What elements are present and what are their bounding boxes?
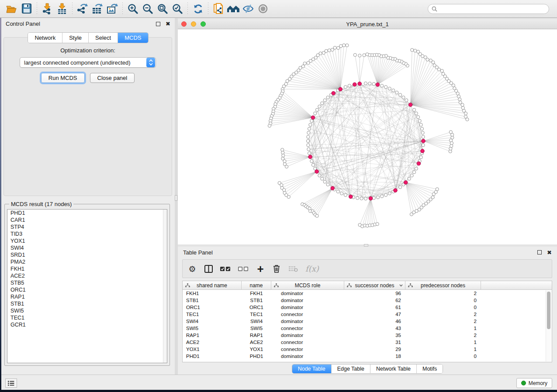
tab-style[interactable]: Style [62, 33, 89, 43]
table-cell[interactable]: YOX1 [242, 346, 271, 353]
tab-edge-table[interactable]: Edge Table [332, 364, 370, 373]
zoom-out-icon[interactable] [140, 2, 155, 16]
column-header-MCDS-role[interactable]: MCDS role [271, 281, 344, 289]
table-cell[interactable]: dominator [271, 332, 344, 339]
mcds-result-item[interactable]: TID3 [7, 230, 167, 237]
hide-detail-icon[interactable] [241, 2, 256, 16]
mcds-result-item[interactable]: ORC1 [7, 286, 167, 293]
show-graphics-icon[interactable] [256, 2, 270, 16]
window-close-icon[interactable] [181, 21, 187, 27]
table-cell[interactable]: YOX1 [183, 346, 242, 353]
function-builder-icon[interactable]: f(x) [305, 263, 319, 275]
table-cell[interactable]: ACE2 [183, 339, 242, 346]
task-history-button[interactable] [5, 378, 17, 388]
table-cell[interactable]: connector [271, 346, 344, 353]
table-cell[interactable]: RAP1 [183, 332, 242, 339]
vertical-splitter-handle[interactable] [175, 195, 177, 201]
table-cell[interactable]: PHD1 [183, 353, 242, 360]
network-window-titlebar[interactable]: YPA_prune.txt_1 [178, 19, 557, 29]
table-cell[interactable]: 2 [405, 290, 481, 297]
close-table-panel-icon[interactable]: ✖ [547, 250, 552, 255]
mcds-result-item[interactable]: TEC1 [7, 314, 167, 321]
table-row[interactable]: SWI5SWI5connector431 [183, 325, 552, 332]
table-cell[interactable]: 61 [344, 304, 405, 311]
table-cell[interactable]: dominator [271, 353, 344, 360]
table-scrollbar-thumb[interactable] [547, 292, 550, 329]
mcds-result-item[interactable]: RAP1 [7, 293, 167, 300]
table-cell[interactable]: 1 [405, 325, 481, 332]
table-cell[interactable]: RAP1 [242, 332, 271, 339]
table-cell[interactable]: SWI4 [242, 318, 271, 325]
table-row[interactable]: FKH1FKH1dominator962 [183, 290, 552, 297]
table-cell[interactable]: 47 [344, 311, 405, 318]
mcds-list-scrollbar[interactable] [163, 210, 167, 363]
table-cell[interactable]: dominator [271, 297, 344, 304]
table-cell[interactable]: 0 [405, 304, 481, 311]
table-cell[interactable]: 2 [405, 318, 481, 325]
table-row[interactable]: PHD1PHD1dominator180 [183, 353, 552, 360]
table-row[interactable]: YOX1YOX1connector291 [183, 346, 552, 353]
table-cell[interactable]: 1 [405, 339, 481, 346]
table-row[interactable]: ACE2ACE2connector311 [183, 339, 552, 346]
mcds-result-item[interactable]: STB5 [7, 279, 167, 286]
unselect-all-icon[interactable] [238, 263, 249, 275]
refresh-layout-icon[interactable] [190, 2, 205, 16]
table-cell[interactable]: 2 [405, 311, 481, 318]
table-cell[interactable]: 29 [344, 346, 405, 353]
table-cell[interactable]: 96 [344, 290, 405, 297]
table-cell[interactable]: SWI4 [183, 318, 242, 325]
mcds-result-item[interactable]: FKH1 [7, 265, 167, 272]
table-cell[interactable]: 35 [344, 332, 405, 339]
export-image-icon[interactable] [105, 2, 120, 16]
column-header-name[interactable]: name [242, 281, 271, 289]
mcds-result-item[interactable]: PMA2 [7, 258, 167, 265]
table-cell[interactable]: STB1 [183, 297, 242, 304]
tab-motifs[interactable]: Motifs [417, 364, 443, 373]
close-panel-icon[interactable]: ✖ [166, 21, 170, 27]
mcds-result-item[interactable]: ACE2 [7, 272, 167, 279]
import-table-icon[interactable] [55, 2, 69, 16]
delete-table-icon[interactable] [288, 263, 298, 275]
network-graph-canvas[interactable] [178, 29, 557, 244]
mcds-result-item[interactable]: STB1 [7, 300, 167, 307]
float-table-panel-icon[interactable] [537, 250, 542, 254]
tab-select[interactable]: Select [89, 33, 118, 43]
table-scrollbar[interactable] [546, 290, 551, 361]
tab-network-table[interactable]: Network Table [370, 364, 417, 373]
mcds-result-item[interactable]: STP4 [7, 224, 167, 230]
show-columns-icon[interactable] [204, 263, 213, 275]
table-cell[interactable]: TEC1 [242, 311, 271, 318]
delete-row-icon[interactable] [272, 263, 281, 275]
mcds-result-list[interactable]: PHD1CAR1STP4TID3YOX1SWI4SRD1PMA2FKH1ACE2… [7, 209, 167, 363]
mcds-result-item[interactable]: YOX1 [7, 237, 167, 244]
table-row[interactable]: ORC1ORC1dominator610 [183, 304, 552, 311]
table-cell[interactable]: connector [271, 339, 344, 346]
table-cell[interactable]: 2 [405, 332, 481, 339]
tab-node-table[interactable]: Node Table [292, 364, 332, 373]
mcds-result-item[interactable]: CAR1 [7, 217, 167, 224]
save-session-icon[interactable] [19, 2, 34, 16]
table-cell[interactable]: dominator [271, 304, 344, 311]
table-cell[interactable]: 43 [344, 325, 405, 332]
export-network-icon[interactable] [75, 2, 90, 16]
tab-mcds[interactable]: MCDS [118, 33, 148, 43]
table-cell[interactable]: ORC1 [242, 304, 271, 311]
mcds-result-item[interactable]: GCR1 [7, 321, 167, 328]
memory-button[interactable]: Memory [516, 378, 552, 388]
window-minimize-icon[interactable] [191, 21, 196, 27]
table-cell[interactable]: ORC1 [183, 304, 242, 311]
close-panel-button[interactable]: Close panel [90, 73, 135, 83]
table-cell[interactable]: SWI5 [242, 325, 271, 332]
open-session-icon[interactable] [4, 2, 19, 16]
tab-network[interactable]: Network [28, 33, 62, 43]
zoom-selected-icon[interactable] [170, 2, 185, 16]
mcds-result-item[interactable]: PHD1 [7, 210, 167, 217]
table-cell[interactable]: 1 [405, 346, 481, 353]
column-header-shared-name[interactable]: shared name [183, 281, 242, 289]
table-cell[interactable]: TEC1 [183, 311, 242, 318]
table-cell[interactable]: 0 [405, 353, 481, 360]
table-cell[interactable]: ACE2 [242, 339, 271, 346]
table-cell[interactable]: FKH1 [183, 290, 242, 297]
table-cell[interactable]: dominator [271, 290, 344, 297]
table-row[interactable]: RAP1RAP1dominator352 [183, 332, 552, 339]
